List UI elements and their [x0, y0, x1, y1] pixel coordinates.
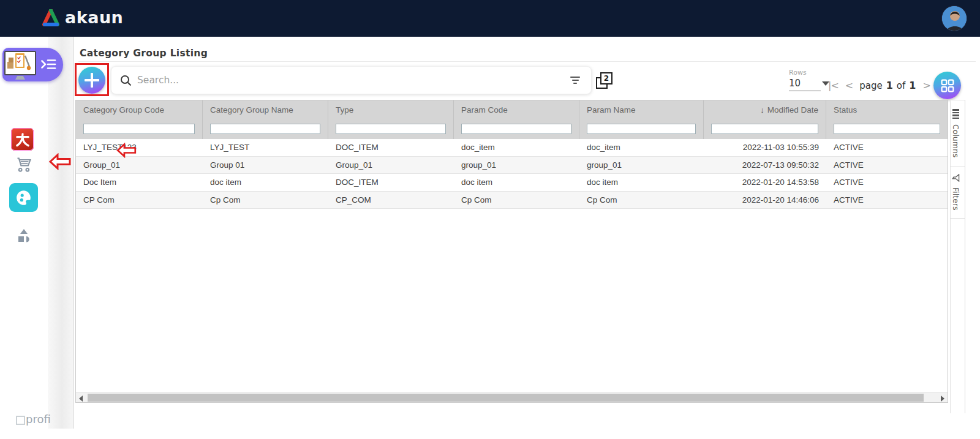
filter-input-code[interactable]: [83, 124, 195, 134]
header-category-group-code[interactable]: Category Group Code: [76, 100, 203, 119]
profile-checkbox[interactable]: [16, 416, 25, 425]
cell-modified-date: 2022-01-20 14:46:06: [704, 192, 826, 209]
table-row[interactable]: Doc Item doc item DOC_ITEM doc item doc …: [76, 174, 948, 192]
cell-name: doc item: [203, 174, 328, 191]
app-window: akaun: [0, 0, 980, 439]
filter-input-name[interactable]: [210, 124, 320, 134]
app-sidebar: [0, 37, 48, 439]
page-label: page: [859, 80, 882, 91]
akaun-logo[interactable]: akaun: [42, 8, 123, 27]
cell-param-code: group_01: [454, 157, 579, 174]
prev-page-button[interactable]: <: [845, 80, 853, 91]
header-param-code[interactable]: Param Code: [454, 100, 579, 119]
side-panel-divider: [950, 218, 965, 219]
sidebar-shadow: [48, 37, 74, 429]
cell-param-name: doc item: [579, 174, 704, 191]
rows-per-page-select[interactable]: Rows 10: [789, 69, 821, 91]
palette-icon: [15, 189, 32, 206]
cell-type: CP_COM: [328, 192, 454, 209]
cell-param-name: doc_item: [579, 139, 704, 156]
scroll-right-icon[interactable]: [941, 396, 944, 402]
logo-text: akaun: [65, 8, 123, 27]
filter-list-icon[interactable]: [568, 74, 582, 86]
user-avatar[interactable]: [941, 6, 967, 31]
header-status[interactable]: Status: [826, 100, 948, 119]
tab-columns[interactable]: Columns: [949, 109, 963, 165]
pagination: |< < page 1 of 1 > >|: [828, 80, 948, 91]
sidebar-item-cart[interactable]: [15, 156, 33, 173]
filter-input-param-code[interactable]: [461, 124, 571, 134]
shapes-icon: [15, 228, 32, 244]
tab-columns-label: Columns: [952, 124, 961, 157]
scroll-left-icon[interactable]: [79, 396, 83, 402]
cell-modified-date: 2022-11-03 10:55:39: [704, 139, 826, 156]
cell-code: Doc Item: [76, 174, 203, 191]
next-page-button[interactable]: >: [922, 80, 930, 91]
app-drawer-toggle[interactable]: [2, 48, 63, 81]
grid-view-button[interactable]: [933, 72, 961, 99]
page-indicator: page 1 of 1: [859, 80, 916, 91]
title-divider: [78, 61, 976, 62]
filter-input-status[interactable]: [834, 124, 940, 134]
cell-status: ACTIVE: [826, 174, 948, 191]
akaun-triangle-icon: [42, 9, 60, 26]
app-grid-icon: [941, 79, 954, 92]
side-panel-divider: [950, 167, 965, 167]
page-current: 1: [886, 80, 893, 91]
cell-param-code: Cp Com: [454, 192, 579, 209]
cell-status: ACTIVE: [826, 157, 948, 174]
table-header-row: Category Group Code Category Group Name …: [76, 100, 948, 119]
header-type[interactable]: Type: [328, 100, 454, 119]
cell-modified-date: 2022-07-13 09:50:32: [704, 157, 826, 174]
cell-param-code: doc_item: [454, 139, 579, 156]
table-row[interactable]: CP Com Cp Com CP_COM Cp Com Cp Com 2022-…: [76, 192, 948, 209]
tab-filters[interactable]: Filters: [949, 174, 963, 218]
cell-type: DOC_ITEM: [328, 139, 454, 156]
page-of-label: of: [897, 80, 905, 91]
rows-label: Rows: [789, 69, 821, 77]
cell-type: Group_01: [328, 157, 454, 174]
add-category-group-button[interactable]: [78, 67, 105, 94]
page-count-badge: 2: [600, 72, 612, 84]
cell-code: Group_01: [76, 157, 203, 174]
tab-filters-label: Filters: [952, 187, 961, 210]
horizontal-scrollbar[interactable]: [76, 392, 948, 402]
app-illustration: [4, 51, 36, 75]
cell-type: DOC_ITEM: [328, 174, 454, 191]
page-title: Category Group Listing: [80, 48, 208, 59]
search-bar: [111, 66, 592, 94]
cjk-character-icon: [15, 132, 31, 148]
sidebar-item-category-active[interactable]: [9, 183, 38, 212]
header-modified-date-label: Modified Date: [767, 105, 818, 114]
profile-partial-label: profi: [26, 413, 51, 426]
sidebar-item-red-app[interactable]: [11, 128, 34, 151]
cell-code: CP Com: [76, 192, 203, 209]
cell-status: ACTIVE: [826, 139, 948, 156]
column-filter-row: [76, 119, 948, 139]
search-input[interactable]: [137, 75, 568, 86]
first-page-button[interactable]: |<: [828, 80, 839, 91]
header-modified-date[interactable]: ↓ Modified Date: [704, 100, 826, 119]
funnel-icon: [952, 174, 960, 182]
cell-param-code: doc item: [454, 174, 579, 191]
filter-input-modified-date[interactable]: [711, 124, 818, 134]
cell-name: LYJ_TEST: [203, 139, 328, 156]
top-navigation-bar: akaun: [0, 0, 980, 37]
table-row[interactable]: Group_01 Group 01 Group_01 group_01 grou…: [76, 157, 948, 174]
table-row[interactable]: LYJ_TEST123 LYJ_TEST DOC_ITEM doc_item d…: [76, 139, 948, 157]
filter-input-param-name[interactable]: [587, 124, 696, 134]
cell-name: Cp Com: [203, 192, 328, 209]
rows-value: 10: [789, 78, 801, 89]
saved-listing-pages-button[interactable]: 2: [596, 72, 612, 89]
menu-open-icon: [40, 58, 56, 73]
sidebar-item-shapes[interactable]: [15, 227, 33, 244]
category-group-table: Category Group Code Category Group Name …: [75, 100, 948, 403]
shopping-cart-icon: [15, 156, 32, 173]
header-param-name[interactable]: Param Name: [579, 100, 704, 119]
scrollbar-thumb[interactable]: [88, 394, 924, 402]
cell-param-name: group_01: [579, 157, 704, 174]
filter-input-type[interactable]: [336, 124, 446, 134]
header-category-group-name[interactable]: Category Group Name: [203, 100, 328, 119]
profile-cutoff-element: profi: [16, 413, 51, 426]
search-icon: [120, 75, 132, 86]
